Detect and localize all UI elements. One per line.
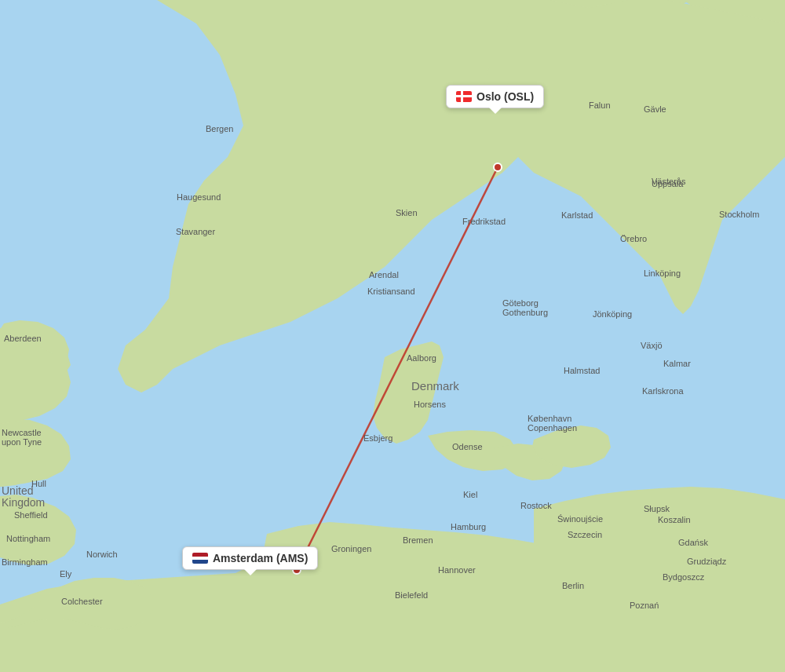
oslo-tooltip: Oslo (OSL)	[446, 85, 544, 108]
stavanger-label: Stavanger	[176, 227, 215, 236]
svg-text:Kingdom: Kingdom	[2, 496, 45, 509]
aalborg-label: Aalborg	[407, 353, 436, 363]
svg-text:upon Tyne: upon Tyne	[2, 437, 42, 447]
amsterdam-tooltip: Amsterdam (AMS)	[182, 546, 318, 570]
haugesund-label: Haugesund	[177, 192, 221, 202]
hannover-label: Hannover	[438, 565, 476, 575]
ely-label: Ely	[60, 569, 72, 579]
nottingham-label: Nottingham	[6, 534, 50, 543]
horsens-label: Horsens	[414, 400, 446, 409]
odense-label: Odense	[452, 442, 483, 451]
oslo-label: Oslo (OSL)	[476, 90, 534, 103]
karlstad-label: Karlstad	[561, 210, 593, 220]
denmark-label: Denmark	[411, 379, 459, 393]
kiel-label: Kiel	[463, 490, 477, 499]
gavle-label: Gävle	[644, 104, 666, 114]
stockholm-label: Stockholm	[719, 210, 759, 219]
birmingham-label: Birmingham	[2, 557, 48, 567]
hamburg-label: Hamburg	[451, 522, 486, 531]
jonkoping-label: Jönköping	[593, 309, 632, 319]
karlskrona-label: Karlskrona	[642, 386, 684, 396]
hull-label: Hull	[31, 479, 46, 488]
rostock-label: Rostock	[520, 501, 552, 510]
uppsala-label: Uppsala	[652, 179, 684, 188]
groningen-label: Groningen	[331, 544, 371, 553]
map-container: Bergen Haugesund Stavanger Arendal Krist…	[0, 0, 785, 672]
svg-text:Gothenburg: Gothenburg	[502, 308, 548, 317]
halmstad-label: Halmstad	[564, 366, 600, 375]
swinoujscie-label: Świnoujście	[557, 514, 603, 524]
bremen-label: Bremen	[403, 535, 433, 545]
colchester-label: Colchester	[61, 597, 103, 606]
arendal-label: Arendal	[369, 270, 399, 279]
aberdeen-label: Aberdeen	[4, 334, 42, 343]
berlin-label: Berlin	[562, 581, 584, 590]
svg-text:Copenhagen: Copenhagen	[528, 423, 577, 433]
oslo-dot	[494, 163, 502, 171]
gdansk-label: Gdańsk	[678, 538, 708, 547]
kobenhavn-label: København	[528, 414, 571, 423]
szczecin-label: Szczecin	[568, 530, 602, 539]
bergen-label: Bergen	[206, 124, 233, 133]
norwich-label: Norwich	[86, 550, 118, 559]
esbjerg-label: Esbjerg	[363, 433, 392, 443]
falun-label: Falun	[589, 100, 611, 110]
koszalin-label: Koszalin	[658, 515, 691, 524]
bielefeld-label: Bielefeld	[395, 590, 428, 600]
slupsk-label: Słupsk	[644, 504, 670, 513]
kristiansand-label: Kristiansand	[367, 287, 415, 296]
norway-flag	[456, 91, 472, 102]
netherlands-flag	[192, 553, 208, 564]
orebro-label: Örebro	[620, 234, 647, 243]
skien-label: Skien	[396, 208, 418, 217]
vaxjo-label: Växjö	[641, 341, 663, 350]
newcastle-label: Newcastle	[2, 428, 42, 437]
map-svg: Bergen Haugesund Stavanger Arendal Krist…	[0, 0, 785, 672]
uk-label: United	[2, 484, 33, 497]
sheffield-label: Sheffield	[14, 510, 48, 520]
goteborg-label: Göteborg	[502, 298, 539, 308]
kalmar-label: Kalmar	[663, 359, 691, 368]
poznan-label: Poznań	[630, 601, 659, 610]
grudziadz-label: Grudziądz	[687, 557, 727, 566]
fredrikstad-label: Fredrikstad	[462, 217, 506, 226]
amsterdam-label: Amsterdam (AMS)	[213, 552, 308, 564]
linkoping-label: Linköping	[644, 268, 681, 278]
bydgoszcz-label: Bydgoszcz	[663, 572, 705, 582]
